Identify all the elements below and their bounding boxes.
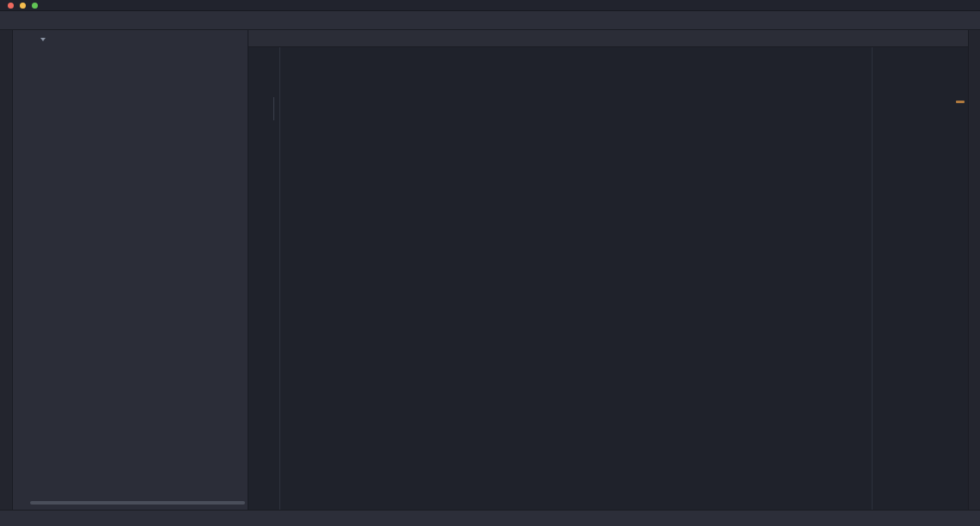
inspection-widget[interactable] [920,52,954,60]
warning-stripe-mark[interactable] [956,101,965,103]
zoom-window-button[interactable] [32,3,38,9]
gutter-separator [279,47,280,510]
right-toolwindow-stripe [968,30,980,510]
warning-icon [920,52,928,60]
project-view-icon [19,34,30,46]
window-controls [0,3,38,9]
ide-window [0,0,980,526]
titlebar [0,0,980,11]
project-panel [13,30,248,510]
chevron-down-icon[interactable] [40,38,46,41]
minimize-window-button[interactable] [20,3,26,9]
right-margin-guide [872,47,873,510]
main-area [0,30,980,510]
code-editor[interactable] [248,47,968,510]
statusbar [0,510,980,526]
editor-tabbar [248,30,968,47]
project-tree [13,49,248,510]
fold-range-line [273,97,274,120]
chevron-down-icon[interactable] [946,52,954,60]
editor-column [248,30,968,510]
navigation-toolbar [0,11,980,30]
horizontal-scrollbar[interactable] [30,501,245,505]
close-window-button[interactable] [8,3,14,9]
chevron-up-icon[interactable] [935,52,943,60]
left-toolwindow-stripe [0,30,13,510]
project-panel-header [13,30,248,49]
